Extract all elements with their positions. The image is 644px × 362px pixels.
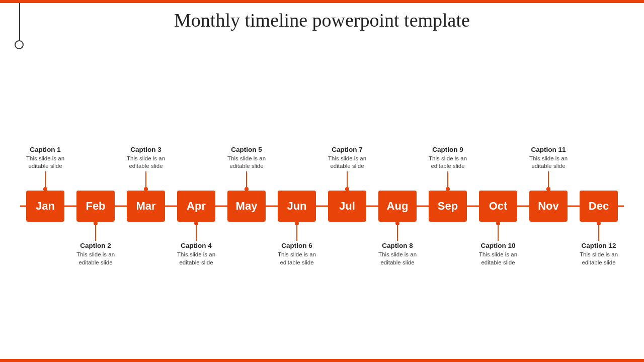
- month-box-jul: Jul: [328, 191, 366, 222]
- month-box-jun: Jun: [278, 191, 316, 222]
- caption-text: This slide is an editable slide: [269, 251, 325, 266]
- caption-below-jun: Caption 6This slide is an editable slide: [269, 242, 325, 266]
- connector-above-nov: [548, 171, 549, 189]
- caption-title: Caption 9: [420, 146, 475, 153]
- connector-below-oct: [498, 224, 499, 241]
- caption-text: This slide is an editable slide: [370, 251, 425, 266]
- month-box-nov: Nov: [529, 191, 568, 222]
- connector-below-aug: [397, 224, 398, 241]
- caption-text: This slide is an editable slide: [319, 155, 375, 170]
- month-box-aug: Aug: [378, 191, 417, 222]
- month-item-feb: Caption 2This slide is an editable slide…: [70, 191, 121, 222]
- month-box-dec: Dec: [580, 191, 618, 222]
- connector-below-feb: [95, 224, 96, 241]
- months-row: Caption 1This slide is an editable slide…: [20, 191, 624, 222]
- connector-above-jul: [347, 171, 348, 189]
- month-item-sep: Caption 9This slide is an editable slide…: [423, 191, 473, 222]
- caption-text: This slide is an editable slide: [521, 155, 576, 170]
- caption-text: This slide is an editable slide: [68, 251, 123, 266]
- month-item-jun: Caption 6This slide is an editable slide…: [272, 191, 322, 222]
- top-bar: [0, 0, 644, 3]
- caption-below-apr: Caption 4This slide is an editable slide: [169, 242, 224, 266]
- connector-below-dec: [598, 224, 599, 241]
- caption-title: Caption 12: [571, 242, 626, 249]
- month-item-aug: Caption 8This slide is an editable slide…: [372, 191, 423, 222]
- month-box-apr: Apr: [177, 191, 215, 222]
- caption-title: Caption 6: [269, 242, 325, 249]
- month-item-may: Caption 5This slide is an editable slide…: [221, 191, 272, 222]
- month-box-sep: Sep: [429, 191, 467, 222]
- caption-text: This slide is an editable slide: [118, 155, 174, 170]
- caption-above-jul: Caption 7This slide is an editable slide: [319, 146, 375, 170]
- caption-title: Caption 2: [68, 242, 123, 249]
- caption-text: This slide is an editable slide: [420, 155, 475, 170]
- caption-above-mar: Caption 3This slide is an editable slide: [118, 146, 174, 170]
- connector-above-jan: [45, 171, 46, 189]
- caption-below-dec: Caption 12This slide is an editable slid…: [571, 242, 626, 266]
- month-item-oct: Caption 10This slide is an editable slid…: [473, 191, 523, 222]
- caption-above-may: Caption 5This slide is an editable slide: [219, 146, 274, 170]
- caption-title: Caption 1: [18, 146, 73, 153]
- month-item-jan: Caption 1This slide is an editable slide…: [20, 191, 70, 222]
- caption-title: Caption 10: [470, 242, 526, 249]
- page-title: Monthly timeline powerpoint template: [0, 9, 644, 31]
- caption-text: This slide is an editable slide: [169, 251, 224, 266]
- vertical-circle-decoration: [15, 40, 24, 49]
- bottom-bar: [0, 359, 644, 362]
- connector-below-jun: [296, 224, 297, 241]
- caption-above-jan: Caption 1This slide is an editable slide: [18, 146, 73, 170]
- month-item-jul: Caption 7This slide is an editable slide…: [322, 191, 372, 222]
- caption-above-sep: Caption 9This slide is an editable slide: [420, 146, 475, 170]
- month-box-feb: Feb: [76, 191, 115, 222]
- connector-above-sep: [447, 171, 448, 189]
- month-item-nov: Caption 11This slide is an editable slid…: [523, 191, 574, 222]
- connector-below-apr: [196, 224, 197, 241]
- caption-title: Caption 11: [521, 146, 576, 153]
- caption-below-feb: Caption 2This slide is an editable slide: [68, 242, 123, 266]
- month-box-mar: Mar: [127, 191, 165, 222]
- caption-below-aug: Caption 8This slide is an editable slide: [370, 242, 425, 266]
- caption-text: This slide is an editable slide: [219, 155, 274, 170]
- caption-title: Caption 7: [319, 146, 375, 153]
- caption-text: This slide is an editable slide: [18, 155, 73, 170]
- month-item-dec: Caption 12This slide is an editable slid…: [574, 191, 624, 222]
- caption-title: Caption 3: [118, 146, 174, 153]
- caption-below-oct: Caption 10This slide is an editable slid…: [470, 242, 526, 266]
- month-item-mar: Caption 3This slide is an editable slide…: [121, 191, 171, 222]
- month-box-oct: Oct: [479, 191, 517, 222]
- caption-above-nov: Caption 11This slide is an editable slid…: [521, 146, 576, 170]
- caption-text: This slide is an editable slide: [571, 251, 626, 266]
- timeline-area: Caption 1This slide is an editable slide…: [20, 60, 624, 352]
- connector-above-mar: [145, 171, 146, 189]
- caption-text: This slide is an editable slide: [470, 251, 526, 266]
- caption-title: Caption 5: [219, 146, 274, 153]
- month-box-jan: Jan: [26, 191, 64, 222]
- caption-title: Caption 4: [169, 242, 224, 249]
- month-item-apr: Caption 4This slide is an editable slide…: [171, 191, 221, 222]
- month-box-may: May: [227, 191, 266, 222]
- connector-above-may: [246, 171, 247, 189]
- caption-title: Caption 8: [370, 242, 425, 249]
